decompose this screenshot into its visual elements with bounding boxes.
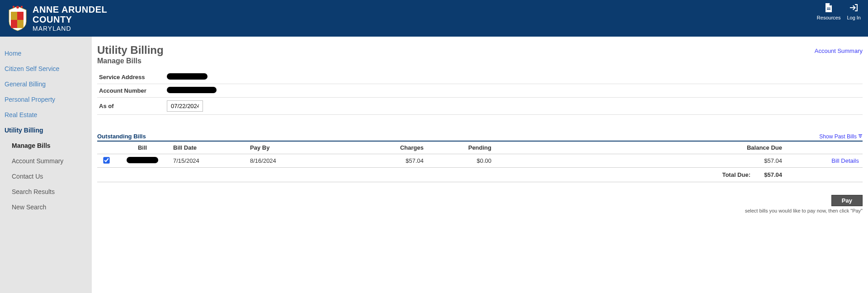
svg-rect-10 — [859, 136, 862, 137]
service-address-label: Service Address — [97, 71, 165, 84]
app-header: ANNE ARUNDEL COUNTY MARYLAND Resources L… — [0, 0, 868, 37]
account-info-table: Service Address Account Number As of — [97, 71, 863, 115]
sidebar-item-home[interactable]: Home — [0, 46, 92, 61]
col-bill: Bill — [115, 142, 170, 154]
service-address-value — [165, 71, 863, 84]
main-content: Utility Billing Account Summary Manage B… — [92, 37, 868, 293]
show-past-bills-label: Show Past Bills — [819, 133, 857, 140]
sidebar-subitem-contact-us[interactable]: Contact Us — [0, 169, 92, 184]
col-balance-due: Balance Due — [495, 142, 786, 154]
redacted-icon — [127, 157, 158, 163]
account-number-row: Account Number — [97, 84, 863, 98]
login-label: Log In — [847, 15, 861, 20]
org-name-line3: MARYLAND — [33, 25, 107, 32]
account-summary-link[interactable]: Account Summary — [815, 47, 863, 54]
sidebar-subitem-manage-bills[interactable]: Manage Bills — [0, 138, 92, 153]
pay-hint: select bills you would like to pay now, … — [745, 208, 863, 213]
sidebar-item-personal-property[interactable]: Personal Property — [0, 92, 92, 107]
logo-block: ANNE ARUNDEL COUNTY MARYLAND — [7, 5, 107, 32]
login-icon — [847, 3, 861, 14]
pay-by-cell: 8/16/2024 — [246, 154, 337, 168]
document-icon — [817, 3, 841, 14]
total-due-row: Total Due: $57.04 — [97, 168, 863, 182]
sidebar-item-utility-billing[interactable]: Utility Billing — [0, 123, 92, 138]
as-of-row: As of — [97, 98, 863, 115]
redacted-icon — [167, 73, 208, 80]
svg-rect-11 — [860, 137, 861, 138]
bill-row-checkbox[interactable] — [103, 157, 109, 163]
as-of-input[interactable] — [167, 100, 203, 112]
service-address-row: Service Address — [97, 71, 863, 84]
charges-cell: $57.04 — [337, 154, 427, 168]
table-row: 7/15/2024 8/16/2024 $57.04 $0.00 $57.04 … — [97, 154, 863, 168]
header-actions: Resources Log In — [817, 3, 861, 20]
svg-rect-2 — [11, 20, 17, 28]
resources-label: Resources — [817, 15, 841, 20]
svg-rect-0 — [11, 12, 17, 20]
total-due-value: $57.04 — [760, 171, 782, 178]
filter-icon — [858, 133, 863, 140]
bill-date-cell: 7/15/2024 — [170, 154, 246, 168]
as-of-label: As of — [97, 98, 165, 115]
col-bill-date: Bill Date — [170, 142, 246, 154]
page-subtitle: Manage Bills — [97, 57, 863, 65]
bills-table: Bill Bill Date Pay By Charges Pending Ba… — [97, 142, 863, 168]
county-seal-icon — [7, 5, 28, 32]
sidebar-subitem-account-summary[interactable]: Account Summary — [0, 153, 92, 169]
pending-cell: $0.00 — [427, 154, 495, 168]
pay-section: Pay select bills you would like to pay n… — [97, 195, 863, 213]
sidebar-item-general-billing[interactable]: General Billing — [0, 76, 92, 92]
bill-number-cell — [115, 154, 170, 168]
logo-text: ANNE ARUNDEL COUNTY MARYLAND — [33, 5, 107, 32]
bill-details-link[interactable]: Bill Details — [831, 157, 859, 164]
col-pending: Pending — [427, 142, 495, 154]
col-charges: Charges — [337, 142, 427, 154]
balance-due-cell: $57.04 — [495, 154, 786, 168]
sidebar-subitem-search-results[interactable]: Search Results — [0, 184, 92, 199]
show-past-bills-link[interactable]: Show Past Bills — [819, 133, 863, 140]
svg-rect-7 — [827, 8, 830, 9]
outstanding-bills-title: Outstanding Bills — [97, 133, 146, 140]
pay-button[interactable]: Pay — [831, 195, 863, 206]
svg-rect-3 — [17, 20, 24, 28]
redacted-icon — [167, 87, 217, 93]
svg-rect-8 — [827, 9, 830, 10]
svg-point-4 — [16, 6, 19, 9]
svg-rect-1 — [17, 12, 24, 20]
sidebar: Home Citizen Self Service General Billin… — [0, 37, 92, 293]
sidebar-item-citizen-self-service[interactable]: Citizen Self Service — [0, 61, 92, 76]
svg-rect-9 — [859, 134, 862, 135]
org-name-line1: ANNE ARUNDEL — [33, 5, 107, 14]
account-number-value — [165, 84, 863, 98]
sidebar-item-real-estate[interactable]: Real Estate — [0, 107, 92, 123]
svg-rect-6 — [21, 6, 23, 8]
account-number-label: Account Number — [97, 84, 165, 98]
total-due-label: Total Due: — [722, 171, 750, 178]
col-pay-by: Pay By — [246, 142, 337, 154]
login-button[interactable]: Log In — [847, 3, 861, 20]
svg-rect-5 — [13, 6, 14, 8]
outstanding-bills-header: Outstanding Bills Show Past Bills — [97, 133, 863, 142]
sidebar-subitem-new-search[interactable]: New Search — [0, 199, 92, 215]
resources-button[interactable]: Resources — [817, 3, 841, 20]
org-name-line2: COUNTY — [33, 14, 107, 24]
